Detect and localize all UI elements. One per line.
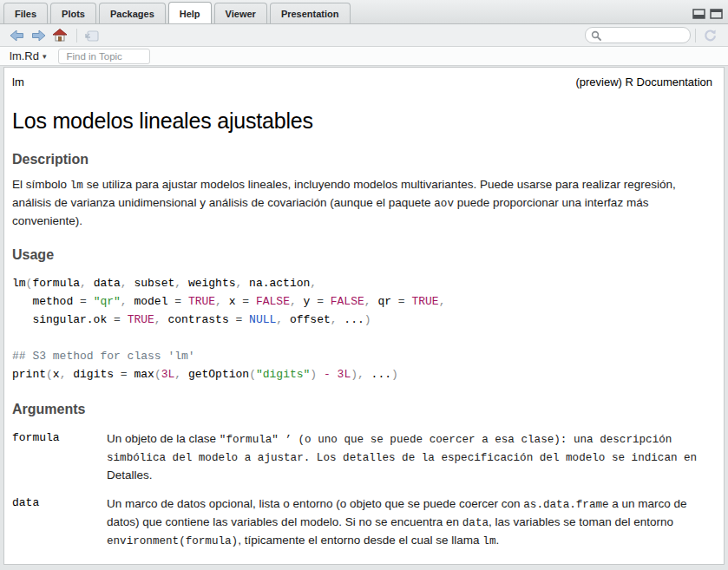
tab-presentation[interactable]: Presentation [270, 3, 351, 23]
help-content-panel: lm (preview) R Documentation Los modelos… [3, 67, 725, 565]
argument-description: Un objeto de la clase "formula" ’ (o uno… [107, 430, 712, 483]
r-documentation-page: lm (preview) R Documentation Los modelos… [4, 68, 724, 565]
topic-bar: lm.Rd ▾ [0, 47, 728, 66]
help-search-input[interactable] [605, 30, 685, 41]
text-run: . [495, 534, 499, 547]
arguments-table: formulaUn objeto de la clase "formula" ’… [12, 430, 712, 565]
section-heading-usage: Usage [12, 247, 712, 263]
code-line: ## S3 method for class 'lm' [12, 347, 712, 365]
inline-code: lm [70, 180, 83, 192]
search-icon [591, 30, 601, 41]
popout-window-icon [84, 29, 99, 42]
argument-name: formula [12, 430, 107, 483]
forward-icon [31, 29, 46, 42]
help-toolbar [0, 24, 728, 47]
topic-selector[interactable]: lm.Rd ▾ [10, 49, 46, 62]
doc-meta-row: lm (preview) R Documentation [12, 75, 712, 88]
text-run: , las variables se toman del entorno [489, 515, 673, 528]
chevron-down-icon: ▾ [43, 52, 47, 61]
tab-strip: FilesPlotsPackagesHelpViewerPresentation [3, 0, 353, 23]
back-button[interactable] [7, 27, 26, 44]
tab-packages[interactable]: Packages [99, 3, 166, 23]
toolbar-separator [76, 29, 77, 43]
refresh-icon [703, 29, 718, 43]
inline-code: environment(formula) [107, 535, 238, 547]
maximize-pane-button[interactable] [710, 7, 723, 17]
toolbar-separator-right [695, 29, 696, 43]
tab-viewer[interactable]: Viewer [214, 3, 267, 23]
refresh-button[interactable] [700, 27, 719, 44]
text-run: Detalles. [107, 468, 153, 482]
code-line: method = "qr", model = TRUE, x = FALSE, … [12, 292, 712, 311]
forward-button[interactable] [29, 27, 48, 44]
minimize-pane-button[interactable] [692, 7, 705, 17]
usage-code-block: lm(formula, data, subset, weights, na.ac… [12, 274, 712, 383]
text-run: El símbolo [12, 178, 70, 191]
code-line [12, 329, 712, 347]
doc-type-label: (preview) R Documentation [575, 75, 712, 88]
home-icon [52, 29, 68, 42]
text-run: Un vector opcional que especifica un sub… [107, 564, 700, 565]
find-in-topic-input[interactable] [58, 49, 150, 64]
pane-tab-bar: FilesPlotsPackagesHelpViewerPresentation [0, 0, 728, 24]
maximize-icon [710, 9, 723, 19]
description-text: El símbolo lm se utiliza para ajustar mo… [12, 176, 712, 229]
back-icon [10, 29, 24, 42]
minimize-icon [692, 9, 705, 19]
text-run: Un marco de datos opcional, lista o ento… [107, 497, 523, 510]
show-in-new-window-button[interactable] [82, 27, 101, 44]
section-heading-description: Description [12, 152, 712, 167]
home-button[interactable] [50, 27, 69, 44]
window-controls [692, 7, 723, 23]
topic-selector-label: lm.Rd [10, 49, 39, 62]
doc-topic-id: lm [12, 75, 24, 88]
text-run: Un objeto de la clase [107, 432, 220, 445]
text-run: , típicamente el entorno desde el cual s… [238, 534, 482, 547]
tab-help[interactable]: Help [168, 2, 212, 23]
help-search-box[interactable] [585, 27, 691, 43]
code-line: lm(formula, data, subset, weights, na.ac… [12, 274, 712, 292]
code-line: print(x, digits = max(3L, getOption("dig… [12, 365, 712, 383]
inline-code: aov [434, 198, 454, 210]
argument-description: Un vector opcional que especifica un sub… [107, 562, 712, 565]
section-heading-arguments: Arguments [12, 402, 712, 417]
tab-plots[interactable]: Plots [50, 3, 96, 23]
tab-files[interactable]: Files [3, 3, 48, 23]
argument-name: data [12, 495, 107, 550]
argument-name: subset [12, 562, 107, 565]
page-title: Los modelos lineales ajustables [12, 108, 712, 134]
inline-code: data [462, 517, 489, 529]
argument-description: Un marco de datos opcional, lista o ento… [107, 495, 712, 550]
code-line: singular.ok = TRUE, contrasts = NULL, of… [12, 311, 712, 329]
inline-code: lm [482, 535, 495, 547]
inline-code: as.data.frame [523, 499, 608, 511]
